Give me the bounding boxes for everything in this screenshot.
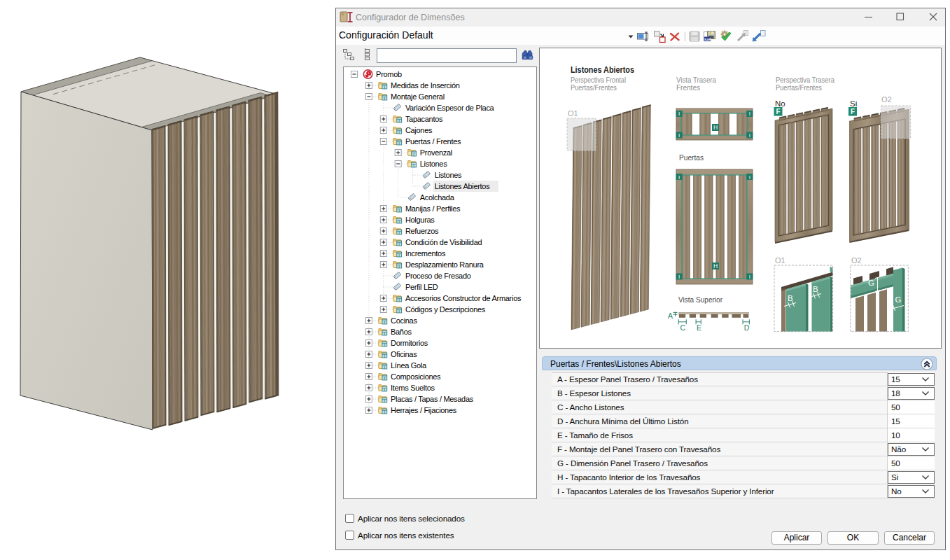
svg-text:Vista Superior: Vista Superior	[678, 295, 722, 304]
svg-text:A: A	[668, 312, 673, 320]
svg-text:D: D	[744, 323, 750, 332]
svg-text:Placas / Tapas / Mesadas: Placas / Tapas / Mesadas	[391, 395, 474, 403]
svg-text:Provenzal: Provenzal	[420, 148, 452, 157]
svg-text:Acolchada: Acolchada	[420, 193, 455, 202]
svg-text:Accesorios Constructor de Arma: Accesorios Constructor de Armarios	[405, 294, 522, 302]
svg-text:Incrementos: Incrementos	[405, 249, 446, 258]
svg-text:No: No	[775, 99, 785, 108]
svg-text:Puertas/Frentes: Puertas/Frentes	[571, 83, 617, 92]
svg-text:Listones Abiertos: Listones Abiertos	[571, 64, 634, 75]
svg-text:Listones: Listones	[435, 171, 462, 179]
svg-text:I: I	[749, 274, 750, 280]
svg-text:I: I	[749, 132, 750, 139]
svg-text:O1: O1	[568, 109, 578, 118]
svg-text:Condición de Visibilidad: Condición de Visibilidad	[405, 238, 482, 246]
svg-text:G: G	[895, 295, 902, 304]
svg-text:I: I	[678, 174, 680, 181]
svg-text:Cajones: Cajones	[405, 126, 433, 134]
svg-text:Perfil LED: Perfil LED	[405, 283, 438, 291]
svg-text:Montaje General: Montaje General	[391, 92, 445, 101]
svg-text:Proceso de Fresado: Proceso de Fresado	[405, 272, 471, 280]
svg-text:F: F	[851, 108, 855, 115]
svg-text:H: H	[713, 124, 718, 131]
svg-text:Cocinas: Cocinas	[391, 316, 417, 325]
svg-text:Promob: Promob	[376, 70, 402, 78]
svg-text:Refuerzos: Refuerzos	[405, 227, 439, 235]
svg-text:I: I	[678, 274, 680, 280]
svg-text:Puertas: Puertas	[679, 153, 704, 162]
svg-text:Códigos y Descripciones: Códigos y Descripciones	[405, 305, 486, 314]
svg-text:I: I	[678, 111, 680, 117]
svg-text:Listones Abiertos: Listones Abiertos	[435, 182, 490, 190]
svg-text:Medidas de Inserción: Medidas de Inserción	[391, 81, 460, 90]
svg-text:ka#: ka#	[704, 37, 711, 41]
svg-text:Línea Gola: Línea Gola	[391, 361, 427, 370]
svg-text:Holguras: Holguras	[405, 216, 435, 224]
svg-text:I: I	[749, 174, 750, 181]
svg-text:Frentes: Frentes	[676, 83, 700, 92]
svg-text:O1: O1	[775, 256, 785, 265]
svg-text:F: F	[776, 108, 780, 115]
svg-text:Composiciones: Composiciones	[391, 372, 441, 381]
svg-text:Manijas / Perfiles: Manijas / Perfiles	[405, 204, 461, 213]
svg-text:Puertas/Frentes: Puertas/Frentes	[776, 83, 822, 92]
svg-text:C: C	[680, 323, 686, 332]
svg-text:Puertas / Frentes: Puertas / Frentes	[405, 137, 461, 146]
svg-text:H: H	[713, 262, 718, 270]
svg-text:Si: Si	[850, 99, 857, 108]
svg-text:Oficinas: Oficinas	[391, 350, 417, 358]
svg-text:Herrajes / Fijaciones: Herrajes / Fijaciones	[391, 406, 457, 414]
svg-text:O2: O2	[881, 95, 892, 104]
svg-text:Variación Espesor de Placa: Variación Espesor de Placa	[405, 104, 495, 112]
svg-text:G: G	[868, 279, 874, 287]
svg-text:Tapacantos: Tapacantos	[405, 115, 443, 123]
svg-text:Baños: Baños	[391, 328, 412, 336]
svg-text:Desplazamiento Ranura: Desplazamiento Ranura	[405, 260, 484, 269]
svg-text:Dormitorios: Dormitorios	[391, 339, 428, 347]
svg-text:Items Sueltos: Items Sueltos	[391, 384, 435, 392]
svg-text:Listones: Listones	[420, 160, 447, 168]
svg-text:O2: O2	[851, 256, 862, 265]
svg-text:E: E	[697, 323, 701, 332]
svg-text:I: I	[749, 111, 750, 117]
svg-text:I: I	[678, 132, 680, 139]
